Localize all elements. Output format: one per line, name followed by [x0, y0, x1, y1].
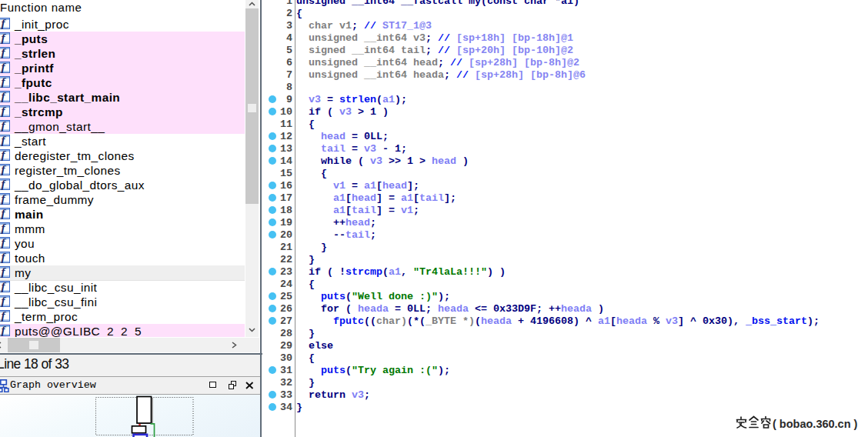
svg-text:( bobao.360.cn ): ( bobao.360.cn )	[773, 418, 858, 430]
